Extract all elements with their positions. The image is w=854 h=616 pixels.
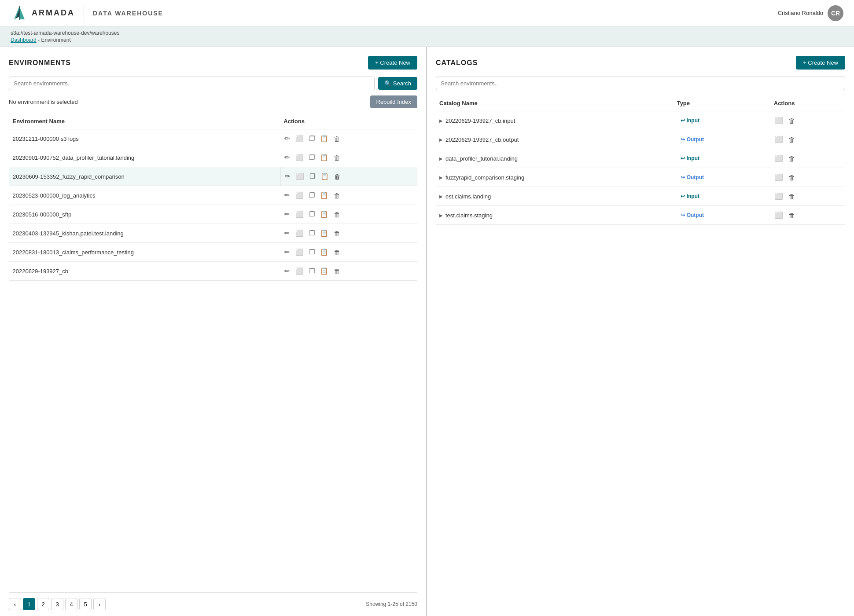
- prev-page-button[interactable]: ‹: [9, 598, 21, 610]
- type-badge: ↩ Input: [677, 154, 703, 162]
- compare-icon[interactable]: ⬜: [294, 247, 305, 257]
- file-icon[interactable]: 📋: [319, 247, 329, 257]
- expand-icon[interactable]: ▶: [439, 156, 443, 161]
- copy-icon[interactable]: ❐: [309, 172, 316, 181]
- delete-icon[interactable]: 🗑: [788, 116, 796, 125]
- catalog-name-cell: ▶ test.claims.staging: [436, 206, 674, 225]
- file-icon[interactable]: 📋: [319, 153, 329, 162]
- page-btn-4[interactable]: 4: [65, 598, 77, 610]
- table-row[interactable]: 20220629-193927_cb ✏ ⬜ ❐ 📋 🗑: [9, 262, 417, 281]
- expand-icon[interactable]: ▶: [439, 137, 443, 142]
- table-row[interactable]: 20220831-180013_claims_performance_testi…: [9, 243, 417, 262]
- delete-icon[interactable]: 🗑: [333, 267, 341, 276]
- table-row[interactable]: ▶ est.claims.landing ↩ Input ⬜ 🗑: [436, 187, 845, 206]
- catalog-name-cell: ▶ data_profiler_tutorial.landing: [436, 149, 674, 168]
- edit-icon[interactable]: ✏: [283, 191, 291, 200]
- table-row[interactable]: ▶ test.claims.staging ↪ Output ⬜ 🗑: [436, 206, 845, 225]
- delete-icon[interactable]: 🗑: [333, 229, 341, 238]
- edit-icon[interactable]: ✏: [283, 228, 291, 238]
- file-icon[interactable]: 📋: [319, 191, 329, 200]
- catalog-col-name: Catalog Name: [436, 95, 674, 111]
- table-row[interactable]: ▶ 20220629-193927_cb.input ↩ Input ⬜ 🗑: [436, 111, 845, 130]
- compare-icon[interactable]: ⬜: [294, 153, 305, 162]
- catalogs-search-input[interactable]: [436, 77, 845, 90]
- compare-icon[interactable]: ⬜: [774, 116, 784, 125]
- delete-icon[interactable]: 🗑: [788, 135, 796, 144]
- edit-icon[interactable]: ✏: [283, 266, 291, 276]
- next-page-button[interactable]: ›: [93, 598, 106, 610]
- compare-icon[interactable]: ⬜: [294, 191, 305, 200]
- delete-icon[interactable]: 🗑: [788, 154, 796, 163]
- table-row[interactable]: ▶ fuzzyrapid_comparison.staging ↪ Output…: [436, 168, 845, 187]
- table-row[interactable]: ▶ data_profiler_tutorial.landing ↩ Input…: [436, 149, 845, 168]
- dashboard-link[interactable]: Dashboard: [11, 37, 37, 43]
- expand-icon[interactable]: ▶: [439, 175, 443, 180]
- table-row[interactable]: 20230523-000000_log_analytics ✏ ⬜ ❐ 📋 🗑: [9, 186, 417, 205]
- edit-icon[interactable]: ✏: [283, 153, 291, 162]
- compare-icon[interactable]: ⬜: [774, 135, 784, 144]
- compare-icon[interactable]: ⬜: [774, 154, 784, 163]
- delete-icon[interactable]: 🗑: [333, 191, 341, 200]
- file-icon[interactable]: 📋: [320, 172, 330, 181]
- type-label: Output: [687, 212, 704, 218]
- compare-icon[interactable]: ⬜: [774, 191, 784, 201]
- delete-icon[interactable]: 🗑: [333, 134, 341, 143]
- catalogs-table-body: ▶ 20220629-193927_cb.input ↩ Input ⬜ 🗑 ▶…: [436, 111, 845, 225]
- expand-icon[interactable]: ▶: [439, 118, 443, 123]
- compare-icon[interactable]: ⬜: [295, 172, 305, 181]
- expand-icon[interactable]: ▶: [439, 194, 443, 199]
- table-row[interactable]: 20230516-000000_sftp ✏ ⬜ ❐ 📋 🗑: [9, 205, 417, 224]
- logo-container: ARMADA: [11, 4, 75, 22]
- table-row[interactable]: 20230609-153352_fuzzy_rapid_comparison ✏…: [9, 167, 417, 186]
- copy-icon[interactable]: ❐: [308, 134, 316, 143]
- compare-icon[interactable]: ⬜: [294, 266, 305, 276]
- table-row[interactable]: 20230901-090752_data_profiler_tutorial.l…: [9, 148, 417, 167]
- page-btn-1[interactable]: 1: [23, 598, 35, 610]
- page-btn-3[interactable]: 3: [51, 598, 63, 610]
- page-btn-2[interactable]: 2: [37, 598, 49, 610]
- type-arrow-icon: ↪: [681, 212, 685, 218]
- file-icon[interactable]: 📋: [319, 134, 329, 143]
- copy-icon[interactable]: ❐: [308, 153, 316, 162]
- file-icon[interactable]: 📋: [319, 228, 329, 238]
- delete-icon[interactable]: 🗑: [788, 192, 796, 201]
- environments-search-input[interactable]: [9, 77, 375, 90]
- env-name-cell: 20220831-180013_claims_performance_testi…: [9, 243, 280, 262]
- environments-search-button[interactable]: 🔍 Search: [378, 77, 417, 90]
- file-icon[interactable]: 📋: [319, 266, 329, 276]
- type-label: Input: [687, 155, 699, 161]
- edit-icon[interactable]: ✏: [283, 247, 291, 257]
- copy-icon[interactable]: ❐: [308, 228, 316, 238]
- compare-icon[interactable]: ⬜: [774, 172, 784, 182]
- compare-icon[interactable]: ⬜: [294, 134, 305, 143]
- type-badge: ↪ Output: [677, 173, 707, 181]
- copy-icon[interactable]: ❐: [308, 247, 316, 257]
- delete-icon[interactable]: 🗑: [333, 153, 341, 162]
- edit-icon[interactable]: ✏: [283, 209, 291, 219]
- compare-icon[interactable]: ⬜: [294, 209, 305, 219]
- rebuild-index-button[interactable]: Rebuild Index: [370, 95, 418, 108]
- delete-icon[interactable]: 🗑: [788, 173, 796, 182]
- delete-icon[interactable]: 🗑: [333, 210, 341, 219]
- compare-icon[interactable]: ⬜: [774, 210, 784, 220]
- copy-icon[interactable]: ❐: [308, 266, 316, 276]
- edit-icon[interactable]: ✏: [284, 172, 291, 181]
- catalogs-create-new-button[interactable]: + Create New: [796, 56, 845, 70]
- page-btn-5[interactable]: 5: [79, 598, 92, 610]
- environments-create-new-button[interactable]: + Create New: [368, 56, 417, 70]
- table-row[interactable]: ▶ 20220629-193927_cb.output ↪ Output ⬜ 🗑: [436, 130, 845, 149]
- delete-icon[interactable]: 🗑: [333, 248, 341, 257]
- catalog-name: 20220629-193927_cb.output: [445, 136, 519, 143]
- table-row[interactable]: 20230403-132945_kishan.patel.test.landin…: [9, 224, 417, 243]
- header-left: ARMADA DATA WAREHOUSE: [11, 4, 163, 22]
- copy-icon[interactable]: ❐: [308, 209, 316, 219]
- table-row[interactable]: 20231211-000000 s3 logs ✏ ⬜ ❐ 📋 🗑: [9, 129, 417, 148]
- edit-icon[interactable]: ✏: [283, 134, 291, 143]
- delete-icon[interactable]: 🗑: [333, 172, 342, 181]
- expand-icon[interactable]: ▶: [439, 213, 443, 218]
- delete-icon[interactable]: 🗑: [788, 211, 796, 220]
- copy-icon[interactable]: ❐: [308, 191, 316, 200]
- file-icon[interactable]: 📋: [319, 209, 329, 219]
- compare-icon[interactable]: ⬜: [294, 228, 305, 238]
- catalog-name: data_profiler_tutorial.landing: [445, 155, 518, 162]
